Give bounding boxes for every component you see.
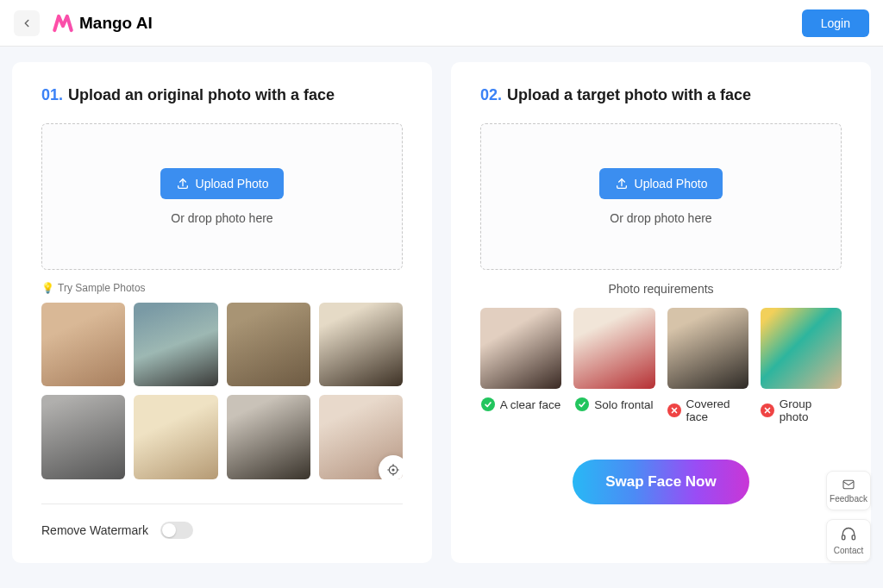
watermark-row: Remove Watermark [41, 522, 403, 539]
svg-rect-14 [852, 535, 855, 540]
brand-logo[interactable]: Mango AI [52, 12, 153, 34]
requirement-label-4: Group photo [761, 397, 842, 423]
back-button[interactable] [14, 10, 40, 36]
svg-rect-12 [843, 480, 854, 488]
upload-icon [176, 177, 190, 191]
cross-icon [667, 403, 681, 417]
requirement-label-3: Covered face [667, 397, 748, 423]
divider [41, 504, 403, 504]
requirements-title: Photo requirements [480, 282, 842, 296]
sample-photo-3[interactable] [227, 303, 310, 386]
sample-photo-8[interactable] [319, 395, 403, 479]
contact-button[interactable]: Contact [826, 519, 871, 562]
requirement-text-3: Covered face [686, 397, 748, 423]
step1-title: 01.Upload an original photo with a face [41, 86, 403, 104]
feedback-label: Feedback [830, 494, 867, 504]
step2-number: 02. [480, 86, 502, 103]
requirements-grid: A clear face Solo frontal Covered face [480, 308, 842, 423]
header: Mango AI Login [0, 0, 883, 47]
panel-source: 01.Upload an original photo with a face … [12, 62, 432, 563]
target-dropzone[interactable]: Upload Photo Or drop photo here [480, 123, 842, 270]
requirement-thumb-4 [761, 308, 842, 389]
check-icon [481, 397, 495, 411]
step1-text: Upload an original photo with a face [68, 86, 335, 103]
step2-text: Upload a target photo with a face [507, 86, 751, 103]
requirement-label-2: Solo frontal [575, 397, 653, 411]
chevron-left-icon [21, 17, 33, 29]
floating-actions: Feedback Contact [826, 471, 871, 562]
source-upload-label: Upload Photo [196, 177, 269, 191]
contact-label: Contact [834, 546, 863, 555]
headset-icon [840, 526, 857, 543]
mail-icon [840, 478, 857, 491]
target-drop-text: Or drop photo here [610, 211, 711, 225]
requirement-label-1: A clear face [481, 397, 561, 411]
step1-number: 01. [41, 86, 63, 103]
source-upload-button[interactable]: Upload Photo [160, 168, 285, 199]
watermark-label: Remove Watermark [41, 523, 148, 537]
target-upload-button[interactable]: Upload Photo [599, 168, 723, 199]
lightbulb-icon: 💡 [41, 282, 54, 294]
sample-photo-4[interactable] [319, 303, 403, 386]
sample-photo-7[interactable] [227, 395, 310, 479]
header-left: Mango AI [14, 10, 153, 36]
requirement-thumb-2 [573, 308, 654, 389]
crosshair-icon [386, 463, 400, 477]
sample-grid [41, 303, 403, 479]
requirement-thumb-1 [480, 308, 561, 389]
requirement-group-photo: Group photo [761, 308, 842, 423]
target-upload-label: Upload Photo [635, 177, 708, 191]
svg-point-2 [392, 469, 394, 471]
sample-photo-6[interactable] [134, 395, 217, 479]
step2-title: 02.Upload a target photo with a face [480, 86, 842, 104]
sample-photo-2[interactable] [134, 303, 217, 386]
source-dropzone[interactable]: Upload Photo Or drop photo here [41, 123, 403, 270]
feedback-button[interactable]: Feedback [826, 471, 871, 510]
main-container: 01.Upload an original photo with a face … [0, 47, 883, 579]
source-drop-text: Or drop photo here [171, 211, 272, 225]
svg-rect-13 [842, 535, 845, 540]
logo-mark-icon [52, 12, 74, 34]
locate-badge[interactable] [379, 455, 403, 479]
requirement-text-1: A clear face [500, 398, 561, 411]
sample-photos-label: 💡 Try Sample Photos [41, 282, 403, 294]
upload-icon [615, 177, 629, 191]
requirement-text-2: Solo frontal [594, 398, 653, 411]
watermark-toggle[interactable] [160, 522, 193, 539]
check-icon [575, 397, 589, 411]
requirement-solo-frontal: Solo frontal [573, 308, 654, 423]
login-button[interactable]: Login [802, 9, 869, 37]
swap-face-button[interactable]: Swap Face Now [573, 460, 748, 504]
requirement-thumb-3 [667, 308, 748, 389]
sample-label-text: Try Sample Photos [58, 282, 146, 294]
requirement-text-4: Group photo [780, 397, 842, 423]
requirement-clear-face: A clear face [480, 308, 561, 423]
cross-icon [761, 403, 774, 417]
requirement-covered-face: Covered face [667, 308, 748, 423]
sample-photo-5[interactable] [41, 395, 125, 479]
sample-photo-1[interactable] [41, 303, 125, 386]
brand-name: Mango AI [79, 14, 153, 33]
panel-target: 02.Upload a target photo with a face Upl… [451, 62, 871, 563]
